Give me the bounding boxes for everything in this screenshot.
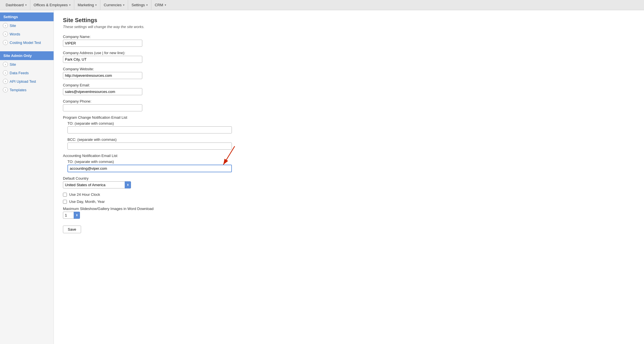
nav-currencies[interactable]: Currencies ▾: [100, 0, 128, 10]
top-navigation: Dashboard ▾ Offices & Employees ▾ Market…: [0, 0, 644, 10]
nav-marketing[interactable]: Marketing ▾: [74, 0, 100, 10]
program-to-input[interactable]: [67, 126, 232, 133]
use-24-hour-label[interactable]: Use 24 Hour Clock: [69, 192, 100, 197]
company-email-group: Company Email:: [63, 83, 635, 95]
use-day-month-checkbox[interactable]: [63, 200, 67, 204]
accounting-to-input[interactable]: [67, 165, 232, 172]
company-phone-label: Company Phone:: [63, 99, 635, 103]
nav-offices-employees[interactable]: Offices & Employees ▾: [30, 0, 74, 10]
program-change-header: Program Change Notification Email List: [63, 115, 635, 120]
accounting-to-group: TO: (separate with commas): [67, 160, 635, 172]
use-day-month-group: Use Day, Month, Year: [63, 199, 635, 204]
sidebar-section-admin: Site Admin Only: [0, 51, 54, 60]
nav-marketing-arrow: ▾: [95, 3, 97, 7]
company-name-group: Company Name:: [63, 35, 635, 47]
sidebar-item-data-feeds[interactable]: › Data Feeds: [0, 69, 54, 77]
slideshow-select-chevron[interactable]: ⬍: [74, 212, 80, 219]
use-24-hour-group: Use 24 Hour Clock: [63, 192, 635, 197]
max-slideshow-group: Maximum Slideshow/Gallery Images in Word…: [63, 207, 635, 219]
company-address-input[interactable]: [63, 56, 142, 63]
nav-crm[interactable]: CRM ▾: [151, 0, 170, 10]
company-phone-group: Company Phone:: [63, 99, 635, 111]
sidebar-item-templates[interactable]: › Templates: [0, 86, 54, 94]
company-address-group: Company Address (use | for new line):: [63, 51, 635, 63]
sidebar-item-api-upload[interactable]: › API Upload Test: [0, 77, 54, 86]
nav-dashboard[interactable]: Dashboard ▾: [2, 0, 30, 10]
sidebar-item-words[interactable]: › Words: [0, 30, 54, 38]
country-select-chevron[interactable]: ⬍: [125, 181, 131, 188]
nav-settings-arrow: ▾: [146, 3, 148, 7]
sidebar-arrow-icon: ›: [3, 87, 8, 92]
company-website-group: Company Website:: [63, 67, 635, 79]
program-bcc-label: BCC: (separate with commas): [67, 137, 635, 142]
default-country-select[interactable]: United States of America Canada United K…: [63, 181, 131, 188]
accounting-header: Accounting Notification Email List: [63, 154, 635, 158]
main-layout: Settings › Site › Words › Costing Model …: [0, 10, 644, 344]
sidebar-arrow-icon: ›: [3, 31, 8, 37]
company-email-label: Company Email:: [63, 83, 635, 87]
sidebar-arrow-icon: ›: [3, 79, 8, 84]
sidebar-arrow-icon: ›: [3, 70, 8, 75]
company-website-label: Company Website:: [63, 67, 635, 71]
use-day-month-label[interactable]: Use Day, Month, Year: [69, 199, 105, 204]
sidebar-item-site[interactable]: › Site: [0, 21, 54, 30]
main-content: Site Settings These settings will change…: [54, 10, 644, 344]
accounting-to-label: TO: (separate with commas): [67, 160, 635, 164]
default-country-select-wrapper: United States of America Canada United K…: [63, 181, 131, 188]
default-country-group: Default Country United States of America…: [63, 176, 635, 188]
program-change-section: Program Change Notification Email List T…: [63, 115, 635, 150]
page-subtitle: These settings will change the way the s…: [63, 25, 635, 29]
accounting-section: Accounting Notification Email List TO: (…: [63, 154, 635, 172]
program-to-group: TO: (separate with commas): [67, 121, 635, 133]
program-to-label: TO: (separate with commas): [67, 121, 635, 126]
sidebar-item-costing-model[interactable]: › Costing Model Test: [0, 38, 54, 47]
nav-settings[interactable]: Settings ▾: [128, 0, 151, 10]
max-slideshow-label: Maximum Slideshow/Gallery Images in Word…: [63, 207, 635, 211]
program-bcc-input[interactable]: [67, 143, 232, 150]
sidebar-section-settings: Settings: [0, 12, 54, 21]
nav-offices-arrow: ▾: [69, 3, 71, 7]
sidebar-arrow-icon: ›: [3, 40, 8, 45]
nav-crm-arrow: ▾: [165, 3, 166, 7]
default-country-label: Default Country: [63, 176, 635, 181]
max-slideshow-select-wrapper: 1 2 3 4 5 10 ⬍: [63, 212, 80, 219]
sidebar-arrow-icon: ›: [3, 23, 8, 28]
nav-dashboard-arrow: ▾: [25, 3, 27, 7]
nav-currencies-arrow: ▾: [123, 3, 124, 7]
company-email-input[interactable]: [63, 88, 142, 95]
company-name-label: Company Name:: [63, 35, 635, 39]
sidebar-arrow-icon: ›: [3, 62, 8, 67]
company-name-input[interactable]: [63, 40, 142, 47]
company-address-label: Company Address (use | for new line):: [63, 51, 635, 55]
save-button[interactable]: Save: [63, 226, 81, 233]
use-24-hour-checkbox[interactable]: [63, 193, 67, 197]
sidebar-item-admin-site[interactable]: › Site: [0, 60, 54, 69]
company-phone-input[interactable]: [63, 104, 142, 111]
sidebar: Settings › Site › Words › Costing Model …: [0, 10, 54, 344]
company-website-input[interactable]: [63, 72, 142, 79]
program-bcc-group: BCC: (separate with commas): [67, 137, 635, 150]
page-title: Site Settings: [63, 17, 635, 24]
